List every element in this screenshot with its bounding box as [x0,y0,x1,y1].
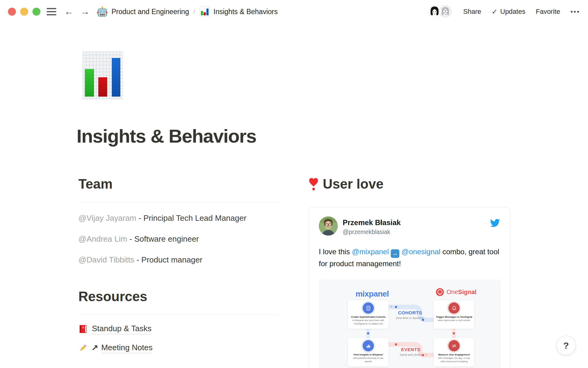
traffic-lights [8,8,40,16]
document-icon [363,302,374,314]
check-icon: ✓ [492,8,497,16]
team-member: @David Tibbitts - Product manager [78,253,279,266]
resource-link-meeting-notes[interactable]: Meeting Notes [101,343,153,353]
member-role: - Software engineer [130,234,199,243]
tweet-mention-mixpanel[interactable]: @mixpanel [352,247,389,256]
avatar-photo [319,217,338,236]
member-role: - Principal Tech Lead Manager [138,213,246,223]
red-bar [98,77,107,97]
zoom-window-button[interactable] [32,8,40,16]
team-member: @Vijay Jayaram - Principal Tech Lead Man… [78,211,279,225]
breadcrumb: Product and Engineering / Insights & Beh… [97,0,278,23]
left-right-arrow-emoji: ↔ [391,249,399,258]
user-love-heading: User love [309,171,510,193]
tweet-author-name[interactable]: Przemek Błasiak [343,218,490,227]
team-heading: Team [78,171,279,193]
forward-button[interactable]: → [80,0,90,23]
more-options-button[interactable]: ••• [571,8,580,15]
resource-link-row: ↗ Meeting Notes [78,341,279,355]
minimize-window-button[interactable] [20,8,28,16]
robot-icon [97,6,108,17]
right-column: User love Przemek Błasiak @przemek [309,171,510,368]
tweet-mention-onesignal[interactable]: @onesignal [401,247,440,256]
bar-chart-page-icon-small [199,6,210,17]
breadcrumb-separator: / [193,8,196,15]
resource-link-standup-tasks[interactable]: Standup & Tasks [92,324,152,334]
updates-button[interactable]: ✓ Updates [492,8,525,16]
tweet-author-handle: @przemekblasiak [343,228,490,236]
bar-chart-icon [363,340,374,351]
tweet-text: I love this @mixpanel ↔ @onesignal combo… [319,246,500,270]
events-label: EVENTS (send and clicks) [386,347,435,356]
pencil-icon [78,343,88,353]
diagram-card-create-cohorts: Create Sophisticated Cohorts in Mixpanel… [348,300,389,329]
help-button[interactable]: ? [556,336,576,355]
page-icon-bar-chart[interactable] [83,52,123,99]
northeast-arrow-icon: ↗ [91,343,98,353]
divider [78,202,279,202]
sidebar-menu-icon[interactable] [47,8,56,15]
cohorts-label: COHORTS (one-time or dynamic) [386,310,435,320]
diagram-card-find-insights: Find Insights in Mixpanel with powerful … [348,338,389,366]
embedded-tweet-card[interactable]: Przemek Błasiak @przemekblasiak I love t… [309,207,510,368]
resource-link-row: Standup & Tasks [78,322,279,336]
back-button[interactable]: ← [64,0,74,23]
bell-icon [448,302,460,314]
page-title[interactable]: Insights & Behaviors [77,125,256,147]
breadcrumb-workspace[interactable]: Product and Engineering [111,8,189,16]
tweet-author: Przemek Błasiak @przemekblasiak [343,217,490,236]
divider [78,314,279,315]
diagram-card-trigger-messages: Trigger Messages in OneSignal when users… [434,300,474,329]
avatar [428,5,441,18]
team-member: @Andrea Lim - Software engineer [78,232,279,246]
topbar-actions: Share ✓ Updates Favorite ••• [428,0,580,23]
viewer-avatars[interactable] [428,5,452,18]
breadcrumb-page[interactable]: Insights & Behaviors [213,8,278,16]
path-mark-right: » [390,305,392,308]
tweet-header: Przemek Błasiak @przemekblasiak [319,217,500,236]
tweet-author-avatar[interactable] [319,217,338,236]
red-book-icon [78,324,88,334]
window-titlebar: ← → Product and Engineering / Insights &… [0,0,588,23]
left-column: Team @Vijay Jayaram - Principal Tech Lea… [78,171,279,355]
diagram-card-measure-engagement: Measure User Engagement with messages, t… [434,338,474,366]
resources-heading: Resources [78,283,279,305]
favorite-button[interactable]: Favorite [536,8,560,16]
heart-exclamation-icon [309,177,318,191]
member-role: - Product manager [137,255,202,264]
line-chart-icon [448,340,460,351]
blue-bar [112,58,120,97]
user-mention[interactable]: @David Tibbitts [78,255,134,264]
green-bar [85,69,94,97]
user-mention[interactable]: @Vijay Jayaram [78,213,136,223]
tweet-image-diagram[interactable]: » « mixpanel OneSignal Create Sophistica… [319,279,501,368]
close-window-button[interactable] [8,8,16,16]
share-button[interactable]: Share [463,8,481,16]
user-mention[interactable]: @Andrea Lim [78,234,127,243]
twitter-icon[interactable] [490,218,500,228]
